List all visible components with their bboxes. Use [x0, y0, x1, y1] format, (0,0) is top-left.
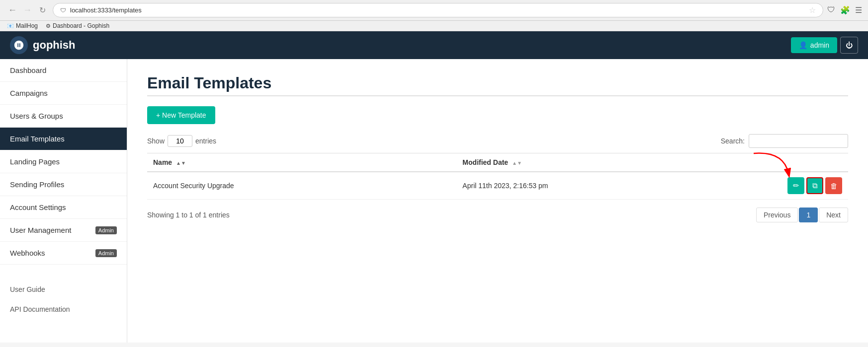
page-1-button[interactable]: 1: [799, 208, 818, 222]
pagination-area: Showing 1 to 1 of 1 entries Previous 1 N…: [147, 208, 848, 222]
app-container: gophish 👤 admin ⏻ Dashboard Campaigns Us…: [0, 31, 868, 343]
title-divider: [147, 95, 848, 96]
sidebar-label-webhooks: Webhooks: [10, 249, 45, 257]
sidebar-item-dashboard[interactable]: Dashboard: [0, 59, 127, 82]
next-button[interactable]: Next: [819, 208, 848, 222]
sidebar-label-user-management: User Management: [10, 226, 71, 234]
sidebar-label-users-groups: Users & Groups: [10, 112, 63, 120]
column-name[interactable]: Name ▲▼: [147, 153, 456, 172]
user-guide-label: User Guide: [10, 285, 45, 293]
row-name: Account Security Upgrade: [147, 172, 456, 200]
copy-button[interactable]: ⧉: [806, 177, 823, 194]
search-label: Search:: [721, 137, 745, 145]
sidebar-item-sending-profiles[interactable]: Sending Profiles: [0, 173, 127, 196]
user-icon: 👤: [799, 41, 807, 49]
shield-icon: 🛡: [60, 7, 66, 14]
entries-label: entries: [195, 137, 216, 145]
shield-toolbar-icon[interactable]: 🛡: [827, 5, 835, 15]
bookmark-dashboard[interactable]: ⚙ Dashboard - Gophish: [46, 22, 109, 29]
extensions-icon[interactable]: 🧩: [840, 5, 850, 15]
star-icon[interactable]: ☆: [809, 5, 816, 15]
gophish-logo-svg: [13, 40, 24, 51]
page-title: Email Templates: [147, 74, 848, 92]
app-header: gophish 👤 admin ⏻: [0, 31, 868, 59]
table-row: Account Security Upgrade April 11th 2023…: [147, 172, 848, 200]
menu-icon[interactable]: ☰: [855, 5, 862, 15]
sidebar-item-user-management[interactable]: User Management Admin: [0, 219, 127, 242]
browser-nav-buttons: ← → ↻: [6, 4, 49, 17]
app-logo: gophish: [10, 36, 76, 54]
new-template-button[interactable]: + New Template: [147, 106, 215, 124]
delete-button[interactable]: 🗑: [825, 177, 842, 194]
url-text: localhost:3333/templates: [70, 6, 805, 14]
action-buttons: ✏ ⧉ 🗑: [787, 177, 842, 194]
table-controls: Show entries Search:: [147, 134, 848, 148]
sidebar-item-email-templates[interactable]: Email Templates: [0, 128, 127, 150]
sidebar-label-dashboard: Dashboard: [10, 66, 46, 74]
header-right: 👤 admin ⏻: [791, 37, 858, 54]
sidebar-link-user-guide[interactable]: User Guide: [0, 279, 127, 299]
logo-icon: [10, 36, 28, 54]
sidebar-label-account-settings: Account Settings: [10, 203, 66, 211]
edit-button[interactable]: ✏: [787, 177, 804, 194]
row-modified-date: April 11th 2023, 2:16:53 pm: [456, 172, 781, 200]
showing-text: Showing 1 to 1 of 1 entries: [147, 211, 230, 219]
api-docs-label: API Documentation: [10, 305, 70, 313]
main-layout: Dashboard Campaigns Users & Groups Email…: [0, 59, 868, 343]
admin-button[interactable]: 👤 admin: [791, 37, 837, 53]
sort-name-icon: ▲▼: [176, 160, 186, 166]
bookmarks-bar: 📧 MailHog ⚙ Dashboard - Gophish: [0, 21, 868, 31]
show-label: Show: [147, 137, 165, 145]
mailhog-icon: 📧: [7, 23, 14, 29]
column-modified-date[interactable]: Modified Date ▲▼: [456, 153, 781, 172]
sidebar-item-users-groups[interactable]: Users & Groups: [0, 105, 127, 128]
previous-button[interactable]: Previous: [756, 208, 798, 222]
copy-icon: ⧉: [812, 181, 818, 190]
bookmark-mailhog[interactable]: 📧 MailHog: [7, 22, 38, 29]
forward-button[interactable]: →: [21, 4, 34, 17]
sidebar: Dashboard Campaigns Users & Groups Email…: [0, 59, 127, 343]
app-logo-text: gophish: [33, 39, 76, 52]
admin-badge-user-management: Admin: [95, 226, 117, 234]
logout-button[interactable]: ⏻: [840, 37, 858, 54]
show-entries: Show entries: [147, 135, 216, 147]
pagination: Previous 1 Next: [756, 208, 848, 222]
delete-icon: 🗑: [830, 182, 838, 190]
search-input[interactable]: [749, 134, 848, 148]
edit-icon: ✏: [793, 181, 799, 190]
table-wrapper: Name ▲▼ Modified Date ▲▼ Accou: [147, 153, 848, 200]
templates-table: Name ▲▼ Modified Date ▲▼ Accou: [147, 153, 848, 200]
sort-date-icon: ▲▼: [512, 160, 522, 166]
address-bar[interactable]: 🛡 localhost:3333/templates ☆: [53, 3, 823, 17]
sidebar-link-api-docs[interactable]: API Documentation: [0, 299, 127, 319]
row-actions: ✏ ⧉ 🗑: [781, 172, 848, 200]
sidebar-item-account-settings[interactable]: Account Settings: [0, 196, 127, 219]
search-area: Search:: [721, 134, 848, 148]
sidebar-item-landing-pages[interactable]: Landing Pages: [0, 150, 127, 173]
back-button[interactable]: ←: [6, 4, 19, 17]
entries-input[interactable]: [168, 135, 192, 147]
sidebar-label-sending-profiles: Sending Profiles: [10, 180, 64, 189]
logout-icon: ⏻: [846, 41, 853, 49]
browser-chrome: ← → ↻ 🛡 localhost:3333/templates ☆ 🛡 🧩 ☰: [0, 0, 868, 21]
admin-badge-webhooks: Admin: [95, 249, 117, 257]
sidebar-label-email-templates: Email Templates: [10, 135, 65, 143]
sidebar-label-landing-pages: Landing Pages: [10, 157, 60, 166]
browser-toolbar-right: 🛡 🧩 ☰: [827, 5, 862, 15]
dashboard-bookmark-icon: ⚙: [46, 23, 51, 29]
column-actions: [781, 153, 848, 172]
table-header-row: Name ▲▼ Modified Date ▲▼: [147, 153, 848, 172]
reload-button[interactable]: ↻: [36, 4, 49, 17]
sidebar-label-campaigns: Campaigns: [10, 89, 48, 97]
content-area: Email Templates + New Template Show entr…: [127, 59, 868, 343]
sidebar-item-webhooks[interactable]: Webhooks Admin: [0, 242, 127, 265]
sidebar-item-campaigns[interactable]: Campaigns: [0, 82, 127, 105]
